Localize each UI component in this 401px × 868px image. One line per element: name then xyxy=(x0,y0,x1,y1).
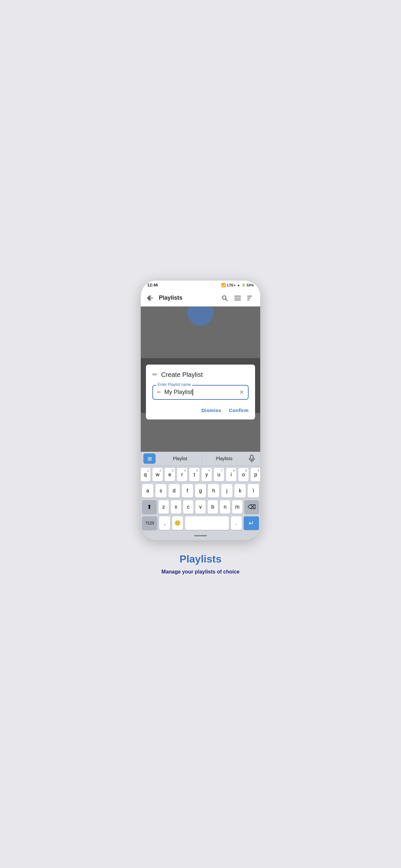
key-b[interactable]: b xyxy=(208,500,218,514)
search-button[interactable] xyxy=(219,292,230,304)
status-bar: 12:46 📶 LTE+ ▲ 🔋 53% xyxy=(141,281,260,290)
keyboard-suggestions: ⊞ Playlist Playlists xyxy=(141,452,260,466)
keyboard-grid-button[interactable]: ⊞ xyxy=(143,454,156,464)
svg-line-1 xyxy=(226,299,227,301)
keyboard: ⊞ Playlist Playlists xyxy=(141,452,260,540)
playlist-name-field[interactable]: ✏ My Playlist ✕ xyxy=(152,385,249,400)
dialog-overlay: ✏ Create Playlist Enter Playlist name ✏ … xyxy=(141,358,260,452)
playlist-name-label: Enter Playlist name xyxy=(156,382,192,387)
key-g[interactable]: g xyxy=(195,484,206,498)
key-d[interactable]: d xyxy=(168,484,180,498)
keyboard-bottom xyxy=(141,531,260,540)
key-row-4: ?123 , 🙂 . ↵ xyxy=(142,516,259,530)
key-i[interactable]: 8i xyxy=(226,468,236,482)
blur-circle xyxy=(188,306,213,326)
app-bar: Playlists xyxy=(141,290,260,306)
sort-button[interactable] xyxy=(245,292,256,304)
period-key[interactable]: . xyxy=(231,516,242,530)
shift-key[interactable]: ⬆ xyxy=(142,500,157,514)
key-k[interactable]: k xyxy=(235,484,246,498)
page-wrapper: 12:46 📶 LTE+ ▲ 🔋 53% Playlists xyxy=(134,274,267,594)
suggestion-playlists[interactable]: Playlists xyxy=(203,456,246,461)
key-e[interactable]: 3e xyxy=(165,468,175,482)
phone-screen: ✏ Create Playlist Enter Playlist name ✏ … xyxy=(141,306,260,540)
back-button[interactable] xyxy=(145,292,156,304)
keyboard-handle[interactable] xyxy=(194,535,207,536)
lte-label: LTE+ xyxy=(227,283,236,287)
key-j[interactable]: j xyxy=(221,484,233,498)
grid-icon: ⊞ xyxy=(148,456,152,462)
playlist-name-value[interactable]: My Playlist xyxy=(164,389,236,396)
mic-button[interactable] xyxy=(246,453,258,464)
battery-icon: 🔋 xyxy=(242,283,245,287)
keyboard-keys: 1q 2w 3e 4r 5t 6y 7u 8i 9o 0p a s xyxy=(141,466,260,531)
create-playlist-dialog: ✏ Create Playlist Enter Playlist name ✏ … xyxy=(146,365,255,420)
key-y[interactable]: 6y xyxy=(202,468,212,482)
dialog-header: ✏ Create Playlist xyxy=(152,371,249,378)
backspace-key[interactable]: ⌫ xyxy=(244,500,259,514)
key-m[interactable]: m xyxy=(232,500,243,514)
key-h[interactable]: h xyxy=(208,484,219,498)
content-area xyxy=(141,306,260,358)
input-pencil-icon: ✏ xyxy=(157,389,161,395)
emoji-key[interactable]: 🙂 xyxy=(172,516,183,530)
key-row-1: 1q 2w 3e 4r 5t 6y 7u 8i 9o 0p xyxy=(142,468,259,482)
dismiss-button[interactable]: Dismiss xyxy=(202,406,221,414)
bottom-title: Playlists xyxy=(140,553,261,565)
screen-title: Playlists xyxy=(159,294,216,301)
num-key[interactable]: ?123 xyxy=(142,516,157,530)
suggestion-playlist[interactable]: Playlist xyxy=(158,456,202,461)
key-w[interactable]: 2w xyxy=(152,468,163,482)
phone-frame: 12:46 📶 LTE+ ▲ 🔋 53% Playlists xyxy=(141,281,260,540)
playlist-name-input-wrapper: Enter Playlist name ✏ My Playlist ✕ xyxy=(152,385,249,400)
bottom-section: Playlists Manage your playlists of choic… xyxy=(134,540,267,581)
battery-label: 53% xyxy=(247,283,254,287)
signal-icon: ▲ xyxy=(237,283,240,287)
status-icons: 📶 LTE+ ▲ 🔋 53% xyxy=(221,283,254,287)
wifi-icon: 📶 xyxy=(221,283,226,287)
space-key[interactable] xyxy=(185,516,229,530)
confirm-button[interactable]: Confirm xyxy=(229,406,249,414)
key-p[interactable]: 0p xyxy=(251,468,260,482)
list-view-button[interactable] xyxy=(232,292,243,304)
svg-rect-8 xyxy=(251,455,253,460)
key-l[interactable]: l xyxy=(248,484,259,498)
key-f[interactable]: f xyxy=(182,484,193,498)
clear-input-button[interactable]: ✕ xyxy=(239,389,244,396)
dialog-pencil-icon: ✏ xyxy=(152,371,157,378)
key-row-3: ⬆ z x c v b n m ⌫ xyxy=(142,500,259,514)
key-v[interactable]: v xyxy=(195,500,206,514)
comma-key[interactable]: , xyxy=(159,516,170,530)
key-q[interactable]: 1q xyxy=(141,468,150,482)
dialog-title: Create Playlist xyxy=(161,371,203,378)
key-a[interactable]: a xyxy=(142,484,153,498)
bottom-description: Manage your playlists of choice xyxy=(140,569,261,575)
key-t[interactable]: 5t xyxy=(189,468,199,482)
dialog-actions: Dismiss Confirm xyxy=(152,406,249,414)
key-row-2: a s d f g h j k l xyxy=(142,484,259,498)
key-x[interactable]: x xyxy=(171,500,181,514)
app-bar-actions xyxy=(219,292,256,304)
key-c[interactable]: c xyxy=(183,500,193,514)
status-time: 12:46 xyxy=(147,283,158,287)
key-z[interactable]: z xyxy=(158,500,169,514)
return-key[interactable]: ↵ xyxy=(244,516,259,530)
key-u[interactable]: 7u xyxy=(214,468,224,482)
key-r[interactable]: 4r xyxy=(177,468,187,482)
key-n[interactable]: n xyxy=(220,500,230,514)
key-s[interactable]: s xyxy=(155,484,166,498)
key-o[interactable]: 9o xyxy=(238,468,249,482)
